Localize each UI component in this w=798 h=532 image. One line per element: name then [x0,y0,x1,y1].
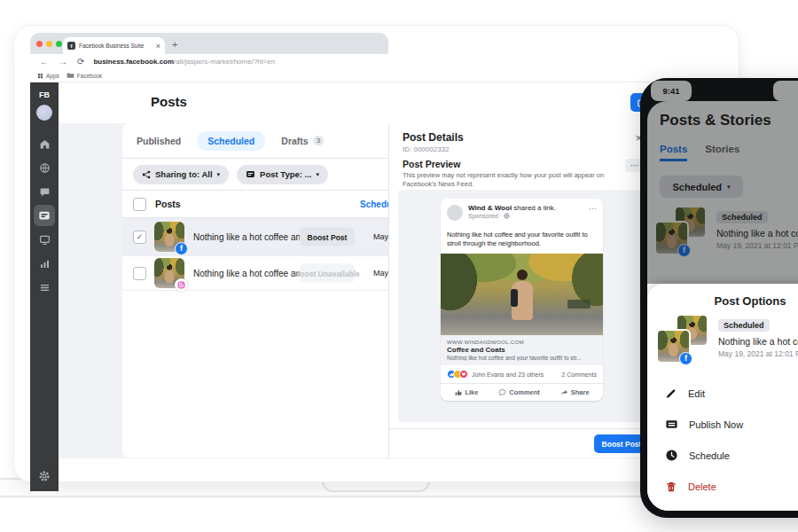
trash-icon [665,481,677,493]
menu-item-schedule[interactable]: Schedule [647,440,798,471]
menu-item-delete[interactable]: Delete [647,471,798,502]
tab-drafts-label: Drafts [281,136,308,146]
share-label: Share [571,388,590,396]
post-row-text: Nothing like a hot coffee and you... [193,232,305,242]
menu-item-label: Publish Now [689,419,743,430]
url-host: business.facebook.com [93,58,174,66]
menu-item-label: Delete [688,481,716,492]
tab-scheduled[interactable]: Scheduled [197,131,265,151]
bookmark-folder-label: Facebook [77,73,103,79]
sidebar-item-more[interactable] [34,277,55,298]
sheet-post-item: f Scheduled Nothing like a hot coffee an… [654,314,798,365]
dim-overlay[interactable] [640,78,798,284]
folder-icon [66,72,74,79]
chevron-down-icon: ▾ [217,171,221,178]
back-icon[interactable]: ← [40,57,49,66]
post-body-text: Nothing like hot coffee and your favorit… [441,227,603,254]
sidebar-item-planner[interactable] [34,229,55,250]
reload-icon[interactable]: ⟳ [77,57,84,66]
link-preview[interactable]: WWW.WINDANDWOOL.COM Coffee and Coats Not… [441,335,603,365]
sidebar-item-home[interactable] [34,133,55,154]
sheet-item-text: Nothing like a hot coffee and... [718,336,798,347]
sidebar-item-audience[interactable] [34,157,55,178]
share-nodes-icon [142,170,151,179]
row-checkbox[interactable] [133,267,146,280]
facebook-thumbnail: f [656,329,691,364]
comment-button[interactable]: Comment [498,388,540,396]
apps-grid-icon [37,73,43,79]
browser-tab[interactable]: f Facebook Business Suite × [63,37,165,54]
post-type-filter[interactable]: Post Type: ... ▾ [237,165,328,184]
comments-count[interactable]: 2 Comments [561,372,597,378]
chat-icon [39,186,51,198]
post-image [441,254,603,335]
post-type-filter-label: Post Type: ... [260,169,311,179]
window-zoom-icon[interactable] [56,41,62,47]
sheet-title: Post Options [647,294,798,308]
chevron-down-icon: ▾ [317,171,320,178]
browser-toolbar: ← → ⟳ business.facebook.com/all/jaspers-… [30,54,735,69]
stage: f Facebook Business Suite × + ← → ⟳ busi… [0,0,798,532]
window-close-icon[interactable] [36,41,43,47]
share-button[interactable]: Share [560,388,590,396]
phone-mockup: 9:41 Posts & Stories Posts Stories Sched… [640,78,798,518]
browser-viewport: Posts Create Post Published Scheduled Dr… [30,82,735,458]
sharing-filter[interactable]: Sharing to: All ▾ [133,165,229,184]
post-header: Wind & Wool shared a link. Sponsored · ⋯ [441,199,603,227]
close-tab-icon[interactable]: × [156,42,160,51]
post-thumbnail: f [154,222,184,252]
menu-item-publish-now[interactable]: Publish Now [647,409,798,440]
sidebar-item-settings[interactable] [30,470,59,482]
pencil-icon [665,387,677,400]
comment-icon [498,388,506,396]
link-title: Coffee and Coats [447,346,597,354]
menu-icon [39,282,51,293]
clock-icon [665,449,678,462]
menu-item-edit[interactable]: Edit [647,378,798,409]
app-header: Posts Create Post [59,82,735,123]
tab-published[interactable]: Published [137,136,181,146]
tab-drafts[interactable]: Drafts 3 [281,136,324,146]
home-icon [39,138,51,150]
post-meta: Sponsored · [468,213,597,219]
avatar[interactable] [36,105,52,121]
facebook-badge-icon: f [679,352,692,365]
bookmarks-bar: Apps Facebook [30,69,735,82]
forward-icon[interactable]: → [59,57,67,66]
select-all-checkbox[interactable] [133,198,146,211]
laptop-screen: f Facebook Business Suite × + ← → ⟳ busi… [13,25,739,482]
browser-tab-bar: f Facebook Business Suite × + [30,33,388,54]
link-domain: WWW.WINDANDWOOL.COM [447,340,597,345]
bookmark-facebook-folder[interactable]: Facebook [66,72,103,79]
sidebar-item-inbox[interactable] [34,181,55,202]
tab-favicon: f [67,42,75,50]
post-social-row: John Evans and 23 others 2 Comments [441,365,603,384]
post-more-icon[interactable]: ⋯ [589,204,597,213]
stacked-thumbnails: f [654,314,713,365]
thumb-up-icon [454,388,462,396]
drafts-count-badge: 3 [313,136,324,145]
row-checkbox-checked[interactable]: ✓ [133,231,146,244]
sidebar-item-insights[interactable] [34,253,55,274]
gear-icon [38,470,51,482]
tab-title: Facebook Business Suite [79,43,153,49]
boost-unavailable-button: Boost Unavailable [300,264,355,283]
comment-label: Comment [509,388,540,396]
person-figure [511,270,534,332]
new-tab-button[interactable]: + [172,39,177,50]
post-id: ID: 000002332 [403,145,450,153]
sheet-item-content: Scheduled Nothing like a hot coffee and.… [718,314,798,365]
window-minimize-icon[interactable] [46,41,52,47]
sharing-filter-label: Sharing to: All [155,169,213,179]
post-actions-row: Like Comment Share [441,384,603,401]
url-bar[interactable]: business.facebook.com/all/jaspers-market… [93,58,275,66]
bookmark-apps[interactable]: Apps [37,73,59,79]
boost-post-button[interactable]: Boost Post [300,228,355,246]
sidebar-item-posts[interactable] [34,205,55,226]
like-button[interactable]: Like [454,388,478,396]
post-preview-note: This preview may not represent exactly h… [403,171,624,189]
reactions-summary[interactable]: John Evans and 23 others [472,372,561,378]
url-path: /all/jaspers-market/home/?hl=en [174,58,275,66]
post-author-line: Wind & Wool shared a link. [468,204,597,213]
post-row-text: Nothing like a hot coffee an... [193,269,305,278]
